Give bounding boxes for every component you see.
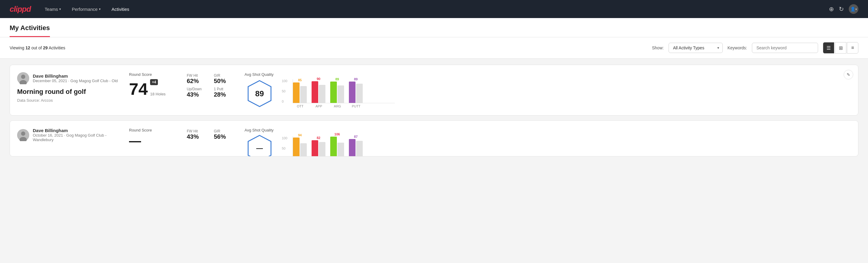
- app-logo: clippd: [10, 4, 31, 14]
- performance-chevron-icon: ▾: [99, 7, 101, 11]
- x-label-ott: OTT: [293, 105, 307, 108]
- bar-value-app-2: 82: [317, 136, 320, 140]
- bar-value-arg: 89: [335, 77, 339, 81]
- bar-group-app: 90: [312, 77, 326, 103]
- avatar-icon: [17, 72, 29, 84]
- user-avatar-card-2: [17, 129, 29, 141]
- add-icon[interactable]: ⊕: [829, 5, 834, 12]
- show-label: Show:: [652, 46, 664, 50]
- y-label-0: 0: [282, 99, 287, 103]
- shot-quality-section: Avg Shot Quality 89 100: [245, 72, 395, 108]
- fw-hit-stat: FW Hit 62%: [187, 74, 208, 85]
- list-view-toggle[interactable]: ☰: [823, 42, 834, 54]
- score-holes: 18 Holes: [150, 92, 165, 96]
- bar-arg-bench-2: [337, 143, 344, 156]
- page-header: My Activities: [0, 18, 868, 37]
- viewing-middle: out of: [30, 46, 43, 50]
- activity-type-select[interactable]: All Activity Types: [669, 43, 723, 53]
- y-label-100-2: 100: [282, 136, 287, 140]
- round-score-label: Round Score: [129, 72, 177, 77]
- card-left-2: Dave Billingham October 16, 2021 · Gog M…: [17, 128, 119, 146]
- bar-group-arg: 89: [330, 77, 344, 103]
- x-label-putt: PUTT: [349, 105, 363, 108]
- navbar-right: ⊕ ↻ 👤 ▾: [829, 4, 858, 14]
- x-label-arg: ARG: [331, 105, 344, 108]
- round-score-section: Round Score 74 +4 18 Holes: [129, 72, 177, 97]
- round-score-section-2: Round Score —: [129, 128, 177, 147]
- nav-links: Teams ▾ Performance ▾ Activities: [40, 4, 819, 14]
- refresh-icon[interactable]: ↻: [839, 5, 844, 12]
- viewing-suffix: Activities: [48, 46, 65, 50]
- bar-ott-2: [293, 138, 300, 156]
- hexagon-2: —: [248, 135, 272, 156]
- round-score-label-2: Round Score: [129, 128, 177, 133]
- search-input[interactable]: [752, 43, 818, 53]
- data-source: Data Source: Arccos: [17, 98, 119, 103]
- teams-chevron-icon: ▾: [59, 7, 61, 11]
- bar-chart-2: 100 50 0 94: [282, 136, 395, 156]
- user-name-2: Dave Billingham: [33, 128, 119, 133]
- bar-value-app: 90: [317, 77, 320, 81]
- card-left: Dave Billingham December 05, 2021 · Gog …: [17, 72, 119, 103]
- nav-performance[interactable]: Performance ▾: [68, 4, 105, 14]
- user-name: Dave Billingham: [33, 74, 118, 79]
- score-badge: +4: [150, 79, 158, 85]
- updown-value: 43%: [187, 91, 208, 98]
- bar-putt: [349, 82, 355, 103]
- updown-stat: Up/Down 43%: [187, 87, 208, 98]
- compact-view-toggle[interactable]: ≡: [847, 42, 858, 54]
- oneputt-label: 1 Putt: [214, 87, 235, 91]
- hexagon-wrap-2: —: [245, 135, 275, 156]
- svg-point-5: [21, 132, 25, 136]
- avg-shot-label-2: Avg Shot Quality: [245, 128, 395, 133]
- nav-teams[interactable]: Teams ▾: [40, 4, 65, 14]
- fw-hit-value-2: 43%: [187, 133, 208, 140]
- page-title: My Activities: [10, 18, 50, 37]
- edit-button[interactable]: ✎: [844, 70, 853, 80]
- bar-arg: [330, 82, 337, 103]
- bar-app-bench-2: [319, 142, 326, 156]
- card-user-2: Dave Billingham October 16, 2021 · Gog M…: [17, 128, 119, 142]
- bar-value-putt: 89: [354, 77, 358, 81]
- nav-activities[interactable]: Activities: [107, 4, 133, 14]
- user-date-2: October 16, 2021 · Gog Magog Golf Club -…: [33, 133, 119, 142]
- fw-hit-label: FW Hit: [187, 74, 208, 78]
- bar-chart: 100 50 0 85: [282, 79, 395, 108]
- bar-arg-bench: [337, 85, 344, 103]
- bar-putt-2: [349, 139, 355, 156]
- grid-view-toggle[interactable]: ⊞: [835, 42, 846, 54]
- gir-value: 50%: [214, 78, 235, 85]
- hex-value-2: —: [256, 144, 263, 152]
- bar-ott: [293, 83, 300, 103]
- bar-arg-2: [330, 137, 337, 156]
- x-label-app: APP: [312, 105, 326, 108]
- activity-title: Morning round of golf: [17, 88, 119, 96]
- y-label-50-2: 50: [282, 147, 287, 150]
- viewing-count: 12: [26, 46, 30, 50]
- avatar-icon-2: [17, 129, 29, 141]
- bar-group-arg-2: 106: [330, 133, 344, 156]
- score-number-2: —: [129, 135, 141, 147]
- viewing-text: Viewing 12 out of 29 Activities: [10, 46, 647, 50]
- bar-app: [312, 81, 318, 103]
- gir-label-2: GIR: [214, 129, 235, 133]
- bar-group-ott: 85: [293, 78, 307, 103]
- bar-group-putt: 89: [349, 77, 363, 103]
- hexagon-wrap: 89: [245, 80, 275, 107]
- bar-app-2: [312, 140, 318, 156]
- user-avatar[interactable]: 👤 ▾: [849, 4, 858, 14]
- view-toggles: ☰ ⊞ ≡: [823, 42, 858, 54]
- viewing-total: 29: [43, 46, 48, 50]
- activities-list: ✎ Dave Billingham December 05, 2021 · Go…: [0, 59, 868, 163]
- bar-putt-bench: [356, 84, 363, 103]
- avatar-icon: 👤: [850, 7, 856, 11]
- navbar: clippd Teams ▾ Performance ▾ Activities …: [0, 0, 868, 18]
- bar-value-arg-2: 106: [335, 133, 340, 136]
- user-date: December 05, 2021 · Gog Magog Golf Club …: [33, 79, 118, 83]
- viewing-prefix: Viewing: [10, 46, 26, 50]
- bar-group-app-2: 82: [312, 136, 326, 156]
- fw-hit-stat-2: FW Hit 43%: [187, 129, 208, 140]
- stats-grid-2: FW Hit 43% GIR 56%: [187, 129, 235, 140]
- svg-point-1: [21, 75, 25, 79]
- activity-card-1: ✎ Dave Billingham December 05, 2021 · Go…: [10, 65, 858, 116]
